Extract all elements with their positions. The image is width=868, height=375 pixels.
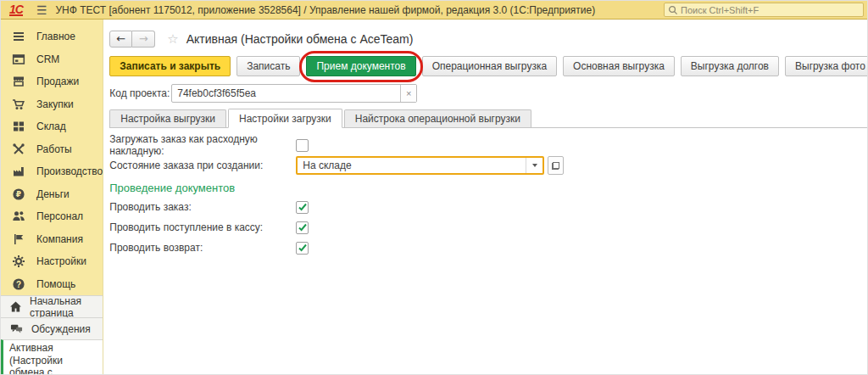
choose-icon: [552, 162, 559, 170]
checkmark-icon: [298, 202, 308, 212]
search-icon: [668, 5, 678, 15]
sidebar-item-label: Продажи: [36, 76, 79, 87]
clear-icon[interactable]: ×: [400, 85, 416, 102]
order-state-select[interactable]: На складе: [296, 156, 544, 175]
debts-export-button[interactable]: Выгрузка долгов: [681, 56, 779, 76]
post-cash-receipt-checkbox[interactable]: [296, 221, 309, 234]
receive-documents-button[interactable]: Прием документов: [306, 56, 415, 76]
back-button[interactable]: ←: [109, 31, 132, 48]
toolbar: Записать и закрыть Записать Прием докуме…: [109, 56, 868, 76]
load-as-invoice-row: Загружать заказ как расходную накладную:: [109, 135, 868, 155]
sidebar-item-nastroiki[interactable]: Настройки: [1, 250, 103, 273]
discussions-icon: [9, 322, 24, 336]
operational-export-button[interactable]: Операционная выгрузка: [422, 56, 557, 76]
choose-from-list-button[interactable]: [548, 156, 564, 175]
post-order-label: Проводить заказ:: [109, 201, 296, 213]
sidebar-item-label: Производство: [36, 165, 103, 177]
help-icon: ?: [11, 277, 25, 291]
hamburger-menu-icon[interactable]: ☰: [36, 3, 47, 17]
main-content: ← → ☆ Активная (Настройки обмена с AceTe…: [103, 20, 868, 375]
global-search-input[interactable]: Поиск Ctrl+Shift+F: [664, 3, 864, 17]
project-code-label: Код проекта:: [109, 87, 171, 99]
project-code-row: Код проекта: ×: [109, 84, 868, 103]
tab-bar: Настройка выгрузки Настройки загрузки На…: [109, 109, 868, 128]
post-cash-receipt-label: Проводить поступление в кассу:: [109, 221, 296, 233]
settings-gear-icon: [11, 255, 25, 269]
post-return-checkbox[interactable]: [296, 242, 309, 255]
sidebar-item-label: Работы: [36, 143, 72, 155]
order-state-row: Состояние заказа при создании: На складе: [109, 155, 868, 176]
tab-load-settings[interactable]: Настройки загрузки: [228, 109, 342, 128]
load-as-invoice-checkbox[interactable]: [296, 139, 309, 152]
post-order-checkbox[interactable]: [296, 201, 309, 214]
sidebar-item-label: Настройки: [36, 255, 86, 267]
load-as-invoice-label: Загружать заказ как расходную накладную:: [109, 133, 296, 157]
sidebar-item-pomosch[interactable]: ? Помощь: [1, 273, 103, 296]
warehouse-icon: [11, 120, 25, 134]
sidebar-item-label: Компания: [36, 233, 83, 245]
sidebar: Главное CRM Продажи Закупки: [1, 20, 103, 375]
purchases-icon: [11, 97, 25, 111]
home-page-item[interactable]: Начальная страница: [1, 295, 103, 317]
active-window-label: Активная (Настройки обмена с AceTeam): [9, 342, 97, 375]
order-state-value: На складе: [298, 158, 526, 173]
company-icon: [11, 232, 25, 246]
page-title: Активная (Настройки обмена с AceTeam): [186, 32, 414, 46]
sidebar-item-label: Главное: [36, 31, 75, 42]
tab-export-settings[interactable]: Настройка выгрузки: [109, 109, 226, 127]
sidebar-footer: Начальная страница Обсуждения Активная (…: [1, 295, 103, 375]
1c-logo-icon[interactable]: 1С: [9, 4, 23, 16]
navigation-row: ← → ☆ Активная (Настройки обмена с AceTe…: [109, 20, 868, 50]
sidebar-item-label: Закупки: [36, 98, 74, 110]
forward-button[interactable]: →: [132, 31, 155, 48]
search-placeholder: Поиск Ctrl+Shift+F: [681, 5, 759, 15]
discussions-label: Обсуждения: [31, 323, 91, 335]
active-window-item[interactable]: Активная (Настройки обмена с AceTeam): [1, 339, 103, 375]
dropdown-arrow-icon[interactable]: [526, 158, 542, 173]
sidebar-item-zakupki[interactable]: Закупки: [1, 93, 103, 116]
tab-operational-export-settings[interactable]: Найстрока операционной выгрузки: [344, 109, 531, 127]
favorite-star-icon[interactable]: ☆: [167, 31, 178, 47]
checkmark-icon: [298, 222, 308, 232]
sidebar-item-dengi[interactable]: ₽ Деньги: [1, 183, 103, 206]
order-state-label: Состояние заказа при создании:: [109, 160, 296, 171]
post-return-row: Проводить возврат:: [109, 238, 868, 258]
sidebar-item-label: CRM: [36, 53, 59, 65]
home-page-label: Начальная страница: [30, 295, 103, 319]
sidebar-item-kompaniya[interactable]: Компания: [1, 228, 103, 251]
checkmark-icon: [298, 243, 308, 253]
sidebar-item-label: Персонал: [36, 210, 83, 222]
sidebar-item-raboty[interactable]: Работы: [1, 138, 103, 161]
discussions-item[interactable]: Обсуждения: [1, 317, 103, 339]
save-and-close-button[interactable]: Записать и закрыть: [109, 56, 231, 76]
post-return-label: Проводить возврат:: [109, 242, 296, 254]
sidebar-item-glavnoe[interactable]: Главное: [1, 25, 103, 48]
sidebar-item-label: Склад: [36, 120, 66, 132]
svg-text:₽: ₽: [15, 190, 20, 199]
production-icon: [11, 165, 25, 179]
home-icon: [9, 299, 22, 314]
sidebar-item-prodazhi[interactable]: Продажи: [1, 70, 103, 93]
sidebar-menu: Главное CRM Продажи Закупки: [1, 20, 103, 295]
sidebar-item-crm[interactable]: CRM: [1, 48, 103, 71]
documents-posting-section-header: Проведение документов: [109, 182, 868, 194]
sales-icon: [11, 75, 25, 89]
money-icon: ₽: [11, 187, 25, 201]
post-cash-receipt-row: Проводить поступление в кассу:: [109, 217, 868, 238]
works-icon: [11, 142, 25, 156]
sidebar-item-proizvodstvo[interactable]: Производство: [1, 160, 103, 183]
crm-icon: [11, 52, 25, 66]
main-menu-icon: [11, 30, 25, 44]
main-export-button[interactable]: Основная выгрузка: [563, 56, 675, 76]
post-order-row: Проводить заказ:: [109, 197, 868, 217]
save-button[interactable]: Записать: [236, 56, 300, 76]
photo-export-button[interactable]: Выгрузка фото: [785, 56, 868, 76]
app-window: 1С ☰ УНФ ТЕСТ [абонент 1175012, приложен…: [0, 0, 868, 375]
sidebar-item-label: Помощь: [36, 278, 75, 290]
sidebar-item-sklad[interactable]: Склад: [1, 115, 103, 138]
application-title: УНФ ТЕСТ [абонент 1175012, приложение 35…: [55, 4, 595, 16]
svg-text:?: ?: [15, 279, 20, 288]
sidebar-item-personal[interactable]: Персонал: [1, 205, 103, 228]
project-code-input[interactable]: [172, 85, 400, 102]
top-bar: 1С ☰ УНФ ТЕСТ [абонент 1175012, приложен…: [1, 1, 867, 20]
